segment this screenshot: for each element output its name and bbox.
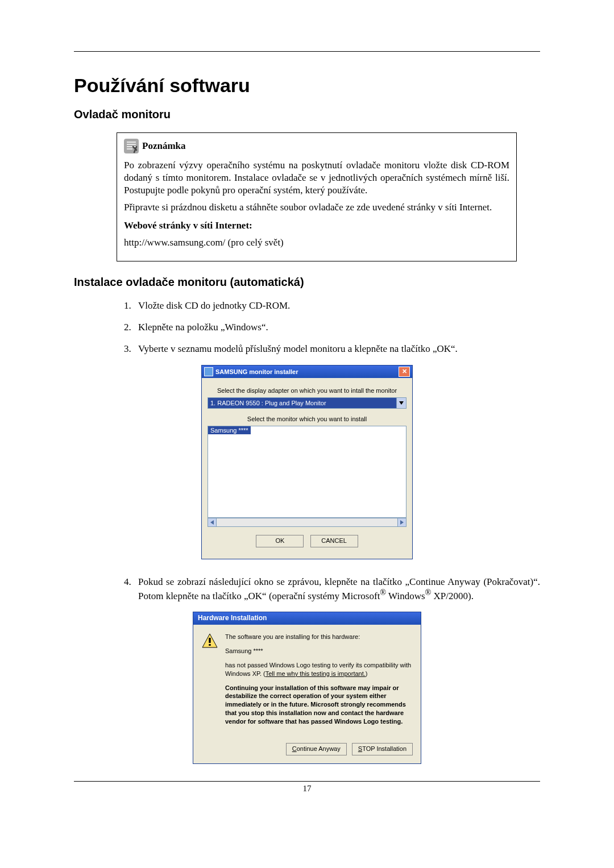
hw-dialog-buttons: Continue Anyway STOP Installation <box>193 737 421 763</box>
samsung-installer-dialog: SAMSUNG monitor installer ✕ Select the d… <box>201 365 413 559</box>
close-button[interactable]: ✕ <box>399 367 410 377</box>
hw-line-3: has not passed Windows Logo testing to v… <box>225 661 413 678</box>
top-divider <box>74 51 540 52</box>
step-1: Vložte disk CD do jednotky CD-ROM. <box>134 300 540 312</box>
bottom-divider <box>74 781 540 782</box>
note-paragraph-2: Připravte si prázdnou disketu a stáhněte… <box>124 201 509 214</box>
horizontal-scrollbar[interactable] <box>208 518 406 527</box>
note-icon <box>124 139 139 153</box>
page: Používání softwaru Ovladač monitoru Pozn… <box>0 0 614 868</box>
dropdown-chevron-button[interactable] <box>396 398 406 408</box>
monitor-select-label: Select the monitor which you want to ins… <box>208 416 406 422</box>
chevron-down-icon <box>399 401 404 405</box>
step-4: Pokud se zobrazí následující okno se zpr… <box>134 576 540 602</box>
hw-line-3b: ) <box>366 670 368 677</box>
warning-icon <box>201 633 218 650</box>
chevron-right-icon <box>400 520 404 525</box>
step-4-text-b: Windows <box>386 590 425 601</box>
adapter-dropdown[interactable]: 1. RADEON 9550 : Plug and Play Monitor <box>208 397 406 409</box>
step-3: Vyberte v seznamu modelů příslušný model… <box>134 343 540 355</box>
svg-rect-2 <box>209 644 210 646</box>
install-steps-cont: Pokud se zobrazí následující okno se zpr… <box>117 576 540 602</box>
step-4-text-a: Pokud se zobrazí následující okno se zpr… <box>138 576 540 601</box>
note-box: Poznámka Po zobrazení výzvy operačního s… <box>117 132 517 261</box>
section-auto-install: Instalace ovladače monitoru (automatická… <box>74 276 540 289</box>
scroll-track[interactable] <box>217 518 397 527</box>
samsung-dialog-buttons: OK CANCEL <box>208 533 406 553</box>
page-number: 17 <box>74 784 540 794</box>
install-steps: Vložte disk CD do jednotky CD-ROM. Klepn… <box>117 300 540 355</box>
step-4-text-c: XP/2000). <box>431 590 474 601</box>
scroll-left-button[interactable] <box>208 518 217 527</box>
step-2: Klepněte na položku „Windows“. <box>134 322 540 333</box>
note-subheading: Webové stránky v síti Internet: <box>124 219 509 232</box>
note-header: Poznámka <box>124 139 509 153</box>
samsung-dialog-body: Select the display adapter on which you … <box>202 378 412 559</box>
chevron-left-icon <box>210 520 214 525</box>
hw-link-why-testing[interactable]: Tell me why this testing is important. <box>265 670 366 677</box>
adapter-select-label: Select the display adapter on which you … <box>208 387 406 394</box>
samsung-app-icon <box>204 367 213 376</box>
cancel-button[interactable]: CANCEL <box>310 535 358 547</box>
hw-dialog-body: The software you are installing for this… <box>193 625 421 737</box>
ok-button[interactable]: OK <box>256 535 304 547</box>
scroll-right-button[interactable] <box>397 518 406 527</box>
note-url: http://www.samsung.com/ (pro celý svět) <box>124 236 509 249</box>
monitor-listbox[interactable]: Samsung **** <box>208 426 406 518</box>
monitor-list-item[interactable]: Samsung **** <box>208 426 251 434</box>
hw-dialog-text: The software you are installing for this… <box>225 633 413 732</box>
samsung-dialog-title: SAMSUNG monitor installer <box>215 368 298 375</box>
section-monitor-driver: Ovladač monitoru <box>74 108 540 121</box>
continue-anyway-button[interactable]: Continue Anyway <box>286 743 347 755</box>
note-paragraph-1: Po zobrazení výzvy operačního systému na… <box>124 159 509 197</box>
hw-line-2: Samsung **** <box>225 647 413 655</box>
samsung-dialog-titlebar: SAMSUNG monitor installer ✕ <box>202 366 412 378</box>
stop-installation-button[interactable]: STOP Installation <box>352 743 413 755</box>
page-title: Používání softwaru <box>74 74 540 97</box>
hw-dialog-title: Hardware Installation <box>193 612 421 625</box>
note-title: Poznámka <box>142 140 186 152</box>
svg-rect-1 <box>209 638 210 643</box>
samsung-dialog-title-left: SAMSUNG monitor installer <box>204 367 298 376</box>
adapter-dropdown-selected: 1. RADEON 9550 : Plug and Play Monitor <box>208 398 396 408</box>
hw-warning-paragraph: Continuing your installation of this sof… <box>225 684 413 726</box>
hw-line-1: The software you are installing for this… <box>225 633 413 641</box>
hardware-installation-dialog: Hardware Installation The software you a… <box>193 612 421 764</box>
